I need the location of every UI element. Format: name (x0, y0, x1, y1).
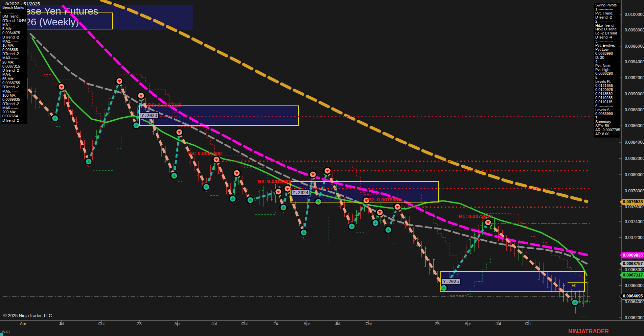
benchmarks-line: MA5.------ (1, 89, 27, 93)
time-axis-label: Jul (59, 321, 64, 326)
zigzag-down-segment (237, 173, 250, 200)
ninjatrader-chart-window: ese Yen Futures 26 (Weekly) R5: 0.008721… (0, 0, 644, 336)
swing-pivots-line: 6.------------ (594, 104, 620, 108)
copyright-label: © 2025 NinjaTrader, LLC (3, 313, 52, 318)
time-axis-label: Apr (175, 321, 181, 326)
moving-average-magenta (63, 6, 587, 255)
year-label: Y:2024 (291, 189, 310, 196)
swing-pivots-panel: Swing Pivots1.------------Pvt. Trend:DTr… (594, 3, 620, 138)
time-axis-label: Oct (98, 321, 105, 326)
time-axis-label: Apr (20, 321, 26, 326)
status-marker (0, 333, 3, 336)
zigzag-up-segment (352, 200, 366, 226)
zigzag-down-segment (179, 132, 206, 187)
benchmarks-line: DTrend -104% (1, 19, 27, 23)
resistance-level-label: R2: 0.0075850 (367, 197, 401, 202)
resistance-level-label: R5: 0.0087215 (148, 102, 181, 108)
benchmarks-line: 0.0068755 (1, 81, 27, 85)
price-axis-label: 0.0072000 (625, 235, 644, 240)
price-axis-label: 0.0080000 (625, 172, 644, 177)
benchmarks-line: 100 MA: (1, 93, 27, 97)
benchmarks-line: DTrend -2 (1, 85, 27, 89)
benchmarks-panel-lines: ...........BM Trend:DTrend -104%MA1.----… (1, 10, 27, 122)
benchmarks-line: 20 MA: (1, 60, 27, 64)
benchmarks-line: DTrend -2 (1, 118, 27, 122)
benchmarks-line: DTrend -2 (1, 35, 27, 39)
swing-pivots-line: D: 30 (594, 56, 620, 60)
ma-green-tag: 0.0067317 (620, 272, 644, 279)
time-axis-label: Apr (465, 321, 471, 326)
zigzag-up-segment (206, 160, 216, 187)
price-axis-label: 0.0096000 (625, 44, 644, 49)
ninjatrader-logo: NINJATRADER (568, 328, 609, 335)
benchmarks-line: 10 MA: (1, 43, 27, 47)
price-axis-label: 0.0066000 (625, 283, 644, 288)
zigzag-up-segment (89, 81, 119, 162)
swing-pivots-line: DTrend -2 (594, 16, 620, 20)
instrument-label: W 6J (2, 330, 10, 334)
benchmarks-line: 0.0069835 (1, 97, 27, 101)
moving-average-gray (30, 34, 587, 264)
year-range-box-fill (139, 106, 298, 125)
benchmarks-line: 200 MA: (1, 110, 27, 114)
benchmarks-line: DTrend -2 (1, 68, 27, 72)
moving-average-gold (101, 0, 587, 201)
benchmarks-line: DTrend -2 (1, 102, 27, 106)
benchmarks-line: 0.0064875 (1, 31, 27, 35)
price-axis-label: 0.0094000 (625, 59, 644, 65)
ma-magenta-tag: 0.0069835 (620, 252, 644, 259)
resistance-level-label: R3: 0.0078185 (258, 178, 291, 184)
price-axis-label: 0.0064000 (625, 299, 644, 305)
swing-pivots-line: 4.------------ (594, 60, 620, 64)
price-axis-label: 0.0074000 (625, 219, 644, 224)
benchmarks-line: 0.0067315 (1, 64, 27, 68)
swing-pivots-line: Pvt. Trend: (594, 11, 620, 16)
zigzag-down-segment (62, 87, 89, 162)
swing-pivots-line: 0.0063990 (594, 52, 620, 56)
benchmarks-line: 0.007654 (1, 114, 27, 118)
time-axis-label: 25 (435, 321, 439, 326)
swing-pivots-line: AF: 8.00 (594, 132, 620, 136)
time-axis-label: Jul (496, 321, 501, 326)
time-axis-label: 23 (137, 321, 141, 326)
benchmarks-line: 5 MA: (1, 27, 27, 31)
year-label: Y:2023 (140, 112, 159, 119)
price-axis-label: 0.0068000 (625, 267, 644, 272)
benchmarks-line: MA4.------ (1, 72, 27, 76)
swing-pivots-line: Pvt. Next: (594, 64, 620, 68)
resistance-level-label: R4: 0.0081600 (188, 150, 222, 156)
benchmarks-line: 55 MA: (1, 77, 27, 81)
time-axis-label: Jul (211, 321, 216, 326)
time-axis-label: 24 (273, 321, 278, 326)
zigzag-down-segment (216, 160, 233, 199)
benchmarks-line: ........... (1, 10, 27, 14)
time-axis-label: Oct (366, 321, 372, 326)
zigzag-down-segment (397, 207, 444, 288)
chart-canvas[interactable]: R5: 0.0087215R4: 0.0081600R3: 0.0078185R… (0, 0, 644, 336)
ma-gold-tag: 0.0076538 (620, 199, 644, 205)
price-axis-label: 0.0090000 (625, 91, 644, 97)
time-axis-label: Oct (525, 321, 532, 326)
time-axis-label: Oct (242, 321, 248, 326)
fib-zero-label: F0 (572, 283, 576, 288)
swing-pivots-line: 0.0110115 (594, 100, 620, 104)
benchmarks-line: MA2.------ (1, 39, 27, 43)
benchmarks-line: BM Trend: (1, 14, 27, 18)
price-axis-label: 0.0092000 (625, 75, 644, 80)
benchmarks-panel: Bench Marks ...........BM Trend:DTrend -… (1, 5, 27, 124)
price-axis-label: 0.0062000 (625, 315, 644, 320)
swing-pivots-line: 0.0110235 (594, 96, 620, 100)
price-axis-label: 0.0082000 (625, 156, 644, 161)
ma-gray-tag: 0.0068757 (620, 261, 644, 267)
last-price-tag: 0.0064695 (620, 293, 644, 299)
benchmarks-line: MA6.------ (1, 106, 27, 110)
benchmarks-panel-title: Bench Marks (1, 5, 25, 10)
price-axis-label: 0.0100000 (625, 12, 644, 17)
price-axis-label: 0.0098000 (625, 27, 644, 33)
benchmarks-line: DTrend -2 (1, 52, 27, 56)
time-axis-label: Jul (335, 321, 340, 326)
time-axis-label: Apr (304, 321, 310, 326)
benchmarks-line: MA3.------ (1, 56, 27, 60)
year-range-box-fill (441, 271, 584, 292)
benchmarks-line: 0.006565 (1, 48, 27, 52)
